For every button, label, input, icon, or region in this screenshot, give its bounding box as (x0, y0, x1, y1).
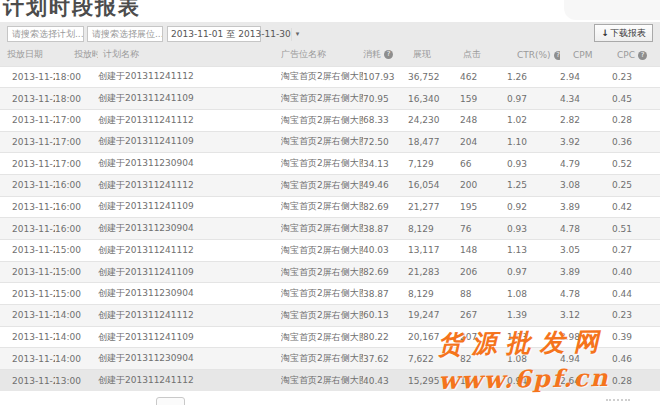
table-cell: 4.34 (560, 88, 612, 110)
table-row[interactable]: 2013-11-2418:00创建于201311241112淘宝首页2屏右侧大图… (0, 66, 660, 88)
table-cell: 淘宝首页2屏右侧大图 (281, 109, 363, 131)
column-header-label: CPC (612, 50, 635, 60)
table-cell: 37.62 (363, 348, 408, 370)
table-cell: 21,277 (408, 196, 460, 218)
page-title: 计划时段报表 (3, 0, 660, 21)
table-row[interactable]: 2013-11-2417:00创建于201311241112淘宝首页2屏右侧大图… (0, 109, 660, 131)
table-row[interactable]: 2013-11-2415:00创建于201311241109淘宝首页2屏右侧大图… (0, 261, 660, 283)
table-cell: 40.43 (363, 370, 408, 392)
table-cell: 0.28 (612, 370, 660, 392)
table-cell: 淘宝首页2屏右侧大图 (281, 196, 363, 218)
table-cell: 15:00 (55, 283, 98, 305)
column-header: 消耗? (363, 44, 408, 66)
table-row[interactable]: 2013-11-2414:00创建于201311241109淘宝首页2屏右侧大图… (0, 326, 660, 348)
table-cell: 淘宝首页2屏右侧大图 (281, 66, 363, 88)
table-cell: 2.82 (560, 109, 612, 131)
table-cell: 82 (460, 348, 507, 370)
column-header-label: 点击 (460, 48, 481, 61)
table-cell: 2013-11-24 (0, 283, 55, 305)
table-cell: 107.93 (363, 66, 408, 88)
table-cell: 淘宝首页2屏右侧大图 (281, 283, 363, 305)
help-icon[interactable]: ? (638, 51, 647, 60)
table-cell: 0.40 (612, 261, 660, 283)
table-cell: 创建于201311241112 (98, 370, 281, 392)
table-row[interactable]: 2013-11-2416:00创建于201311230904淘宝首页2屏右侧大图… (0, 218, 660, 240)
table-cell: 淘宝首页2屏右侧大图 (281, 218, 363, 240)
table-cell: 2013-11-24 (0, 305, 55, 327)
table-cell: 15:00 (55, 240, 98, 262)
table-row[interactable]: 2013-11-2414:00创建于201311241112淘宝首页2屏右侧大图… (0, 305, 660, 327)
table-cell: 2.94 (560, 66, 612, 88)
table-cell: 20,167 (408, 326, 460, 348)
table-cell: 创建于201311230904 (98, 153, 281, 175)
table-cell: 4.78 (560, 283, 612, 305)
table-cell: 17:00 (55, 131, 98, 153)
table-cell: 0.93 (507, 218, 560, 240)
table-cell: 3.05 (560, 240, 612, 262)
column-header: 点击 (460, 44, 507, 66)
table-cell: 80.22 (363, 326, 408, 348)
table-cell: 1.02 (507, 109, 560, 131)
table-cell: 148 (460, 240, 507, 262)
column-header-label: 广告位名称 (281, 48, 326, 61)
table-cell: 0.23 (612, 66, 660, 88)
pagination-button-partial[interactable] (156, 397, 185, 405)
table-cell: 1.25 (507, 174, 560, 196)
table-cell: 88 (460, 283, 507, 305)
table-row[interactable]: 2013-11-2417:00创建于201311241109淘宝首页2屏右侧大图… (0, 131, 660, 153)
table-cell: 3.12 (560, 305, 612, 327)
table-cell: 1.10 (507, 131, 560, 153)
table-cell: 70.95 (363, 88, 408, 110)
table-cell: 82.69 (363, 196, 408, 218)
table-cell: 72.50 (363, 131, 408, 153)
table-row[interactable]: 2013-11-2415:00创建于201311230904淘宝首页2屏右侧大图… (0, 283, 660, 305)
column-header-label: 计划名称 (98, 48, 139, 61)
table-cell: 2013-11-24 (0, 88, 55, 110)
table-cell: 49.46 (363, 174, 408, 196)
download-report-button[interactable]: ↓下载报表 (594, 24, 653, 42)
table-cell: 2013-11-24 (0, 326, 55, 348)
table-row[interactable]: 2013-11-2414:00创建于201311230904淘宝首页2屏右侧大图… (0, 348, 660, 370)
table-cell: 淘宝首页2屏右侧大图 (281, 131, 363, 153)
table-cell: 创建于201311241112 (98, 66, 281, 88)
table-cell: 16:00 (55, 196, 98, 218)
table-cell: 2013-11-24 (0, 370, 55, 392)
date-range-picker[interactable]: 2013-11-01 至 2013-11-30 ▾ (167, 26, 261, 42)
download-report-label: 下载报表 (610, 28, 646, 38)
chevron-down-icon[interactable]: ▾ (291, 28, 300, 41)
table-cell: 0.94 (507, 370, 560, 392)
table-row[interactable]: 2013-11-2418:00创建于201311241109淘宝首页2屏右侧大图… (0, 88, 660, 110)
table-cell: 淘宝首页2屏右侧大图 (281, 370, 363, 392)
table-cell: 0.97 (507, 88, 560, 110)
table-row[interactable]: 2013-11-2413:00创建于201311241112淘宝首页2屏右侧大图… (0, 370, 660, 392)
table-cell: 0.39 (612, 326, 660, 348)
table-cell: 2013-11-24 (0, 196, 55, 218)
table-cell: 创建于201311241109 (98, 261, 281, 283)
date-end-value: 2013-11-30 (238, 27, 290, 41)
table-cell: 82.69 (363, 261, 408, 283)
table-row[interactable]: 2013-11-2416:00创建于201311241112淘宝首页2屏右侧大图… (0, 174, 660, 196)
table-cell: 1.13 (507, 240, 560, 262)
column-header: CTR(%)? (507, 44, 560, 66)
table-header-row: 投放日期投放时段计划名称广告位名称消耗?展现点击CTR(%)?CPMCPC? (0, 44, 660, 66)
table-cell: 淘宝首页2屏右侧大图 (281, 348, 363, 370)
plan-search-input[interactable]: 请搜索选择计划... (7, 26, 84, 42)
table-cell: 207 (460, 326, 507, 348)
column-header-label: CPM (560, 50, 592, 60)
table-cell: 1.08 (507, 283, 560, 305)
table-cell: 3.08 (560, 174, 612, 196)
table-cell: 195 (460, 196, 507, 218)
table-cell: 4.78 (560, 218, 612, 240)
table-cell: 36,752 (408, 66, 460, 88)
slot-search-input[interactable]: 请搜索选择展位... (87, 26, 163, 42)
table-row[interactable]: 2013-11-2415:00创建于201311241112淘宝首页2屏右侧大图… (0, 240, 660, 262)
table-cell: 2013-11-24 (0, 348, 55, 370)
help-icon[interactable]: ? (384, 50, 393, 59)
table-row[interactable]: 2013-11-2417:00创建于201311230904淘宝首页2屏右侧大图… (0, 153, 660, 175)
table-cell: 200 (460, 174, 507, 196)
table-cell: 16,054 (408, 174, 460, 196)
table-cell: 14:00 (55, 348, 98, 370)
table-row[interactable]: 2013-11-2416:00创建于201311241109淘宝首页2屏右侧大图… (0, 196, 660, 218)
table-cell: 7,129 (408, 153, 460, 175)
table-cell: 40.03 (363, 240, 408, 262)
